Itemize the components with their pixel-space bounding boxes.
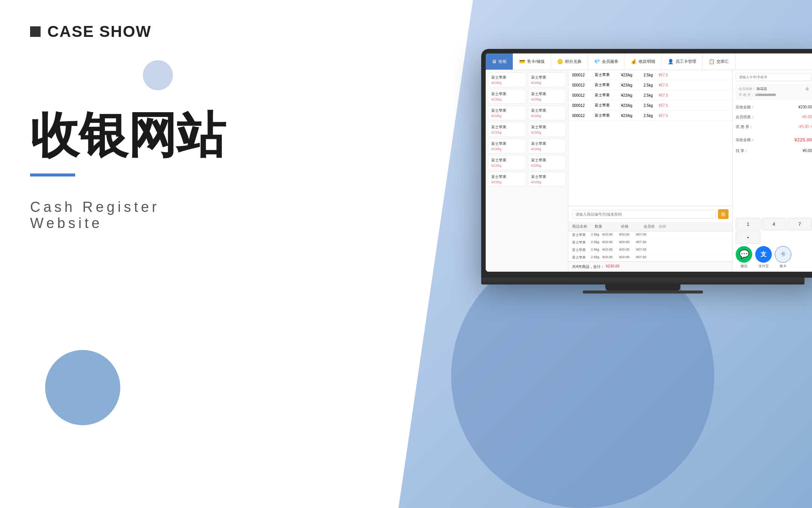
detail-subtotal-1: ¥57.50 [636,240,651,245]
product-name-11: 富士苹果 [531,158,563,163]
alipay-button[interactable]: 支 支付宝 [755,246,772,269]
product-card-8[interactable]: 富士苹果¥23/kg [488,138,526,154]
detail-row-1: 富士苹果 2.5kg ¥23.00 ¥20.00 ¥57.50 [568,239,732,246]
member-info-block: 会员名称： 陈花花 会 手 机 号： 15866668888 [736,84,812,100]
case-show-title: CASE SHOW [47,23,151,41]
barcode-input[interactable] [572,210,716,219]
product-price-2: ¥23/kg [491,97,523,101]
summary-total: ¥230.00 [606,264,620,269]
product-card-11[interactable]: 富士苹果¥23/kg [528,155,566,170]
member-phone-value: 15866668888 [755,93,776,97]
circle-bottom [45,350,120,425]
member-search-input[interactable] [736,73,812,81]
detail-subtotal-2: ¥57.50 [636,248,651,252]
amount-due-label: 应收金额： [736,103,754,111]
cashier-nav-label: 收银 [498,59,507,64]
nav-item-shift[interactable]: 📋交班汇 [703,53,735,70]
member-discount-row: 会员优惠： -¥5.00 [736,112,812,122]
detail-price-3: ¥23.00 [602,255,619,260]
numpad-dot[interactable]: • [736,231,760,244]
order-area: 000012 富士苹果 ¥23/kg 2.5kg ¥57.5 000012 富士… [568,70,732,272]
laptop-notch [486,272,812,275]
nav-item-member[interactable]: 💎会员服务 [588,53,625,70]
product-card-2[interactable]: 富士苹果¥23/kg [488,89,526,104]
order-unit-price-3: ¥23/kg [621,103,644,108]
product-name-9: 富士苹果 [531,141,563,146]
nav-item-employee[interactable]: 👤员工卡管理 [662,53,703,70]
order-total-4: ¥57.5 [659,114,677,118]
product-name-8: 富士苹果 [491,141,523,146]
product-card-1[interactable]: 富士苹果¥23/kg [528,72,566,87]
product-name-13: 富士苹果 [531,174,563,179]
product-name-7: 富士苹果 [531,125,563,130]
numpad-1[interactable]: 1 [736,218,760,230]
order-row-1[interactable]: 000012 富士苹果 ¥23/kg 2.5kg ¥57.5 [568,80,732,90]
laptop-base [481,278,804,284]
member-discount-label: 会员优惠： [736,113,754,121]
numpad-7[interactable]: 7 [787,218,812,230]
order-row-2[interactable]: 000012 富士苹果 ¥23/kg 2.5kg ¥57.5 [568,90,732,100]
member-phone-label: 手 机 号： [739,93,754,97]
employee-nav-icon: 👤 [668,59,674,64]
member-nav-icon: 💎 [594,59,600,64]
laptop-body: 🖥收银💳售卡/储值🪙积分兑换💎会员服务💰收款明细👤员工卡管理📋交班汇 富士苹果¥… [481,49,812,278]
product-card-13[interactable]: 富士苹果¥23/kg [528,172,566,187]
member-nav-label: 会员服务 [602,59,618,64]
detail-weight-2: 2.5kg [591,248,602,252]
order-row-0[interactable]: 000012 富士苹果 ¥23/kg 2.5kg ¥57.5 [568,70,732,80]
detail-name-0: 富士苹果 [572,233,591,237]
wechat-label: 微信 [741,264,747,269]
wechat-icon: 💬 [736,246,752,263]
nav-item-points[interactable]: 🪙积分兑换 [551,53,588,70]
detail-row-0: 富士苹果 2.5kg ¥23.00 ¥20.00 ¥57.50 [568,231,732,239]
card-nav-icon: 💳 [519,59,525,64]
detail-member-price-0: ¥20.00 [619,233,636,237]
laptop-stand [605,284,680,291]
product-card-6[interactable]: 富士苹果¥23/kg [488,122,526,137]
card-nav-label: 售卡/储值 [527,59,545,64]
order-weight-2: 2.5kg [644,93,659,97]
product-card-5[interactable]: 富士苹果¥23/kg [528,105,566,120]
product-name-3: 富士苹果 [531,91,563,97]
amount-due-row: 应收金额： ¥230.00 [736,102,812,112]
detail-weight-1: 2.5kg [591,240,602,245]
circle-top [143,60,173,90]
product-card-10[interactable]: 富士苹果¥23/kg [488,155,526,170]
top-nav: 🖥收银💳售卡/储值🪙积分兑换💎会员服务💰收款明细👤员工卡管理📋交班汇 [486,53,812,70]
order-id-1: 000012 [572,83,595,87]
alipay-icon: 支 [755,246,772,263]
order-name-3: 富士苹果 [595,103,621,108]
product-card-4[interactable]: 富士苹果¥23/kg [488,105,526,120]
detail-member-price-3: ¥20.00 [619,255,636,260]
nav-item-card[interactable]: 💳售卡/储值 [513,53,551,70]
product-card-9[interactable]: 富士苹果¥23/kg [528,138,566,154]
order-row-4[interactable]: 000012 富士苹果 ¥23/kg 2.5kg ¥57.5 [568,111,732,121]
product-card-0[interactable]: 富士苹果¥23/kg [488,72,526,87]
coupon-row: 优 惠 券： -¥5.00 > [736,122,812,132]
detail-price-2: ¥23.00 [602,248,619,252]
product-price-0: ¥23/kg [491,81,523,85]
order-unit-price-0: ¥23/kg [621,73,644,77]
order-detail-header: 商品名称 数量 价格 会员价 小计 [568,222,732,231]
detail-row-3: 富士苹果 2.5kg ¥23.00 ¥20.00 ¥57.50 [568,254,732,262]
order-weight-0: 2.5kg [644,73,659,77]
wechat-pay-button[interactable]: 💬 微信 [736,246,752,269]
order-row-3[interactable]: 000012 富士苹果 ¥23/kg 2.5kg ¥57.5 [568,100,732,111]
nav-item-receipt[interactable]: 💰收款明细 [625,53,662,70]
bank-card-button[interactable]: 卡 银卡 [775,246,791,269]
order-name-1: 富士苹果 [595,82,621,88]
receipt-nav-icon: 💰 [631,59,637,64]
product-card-7[interactable]: 富士苹果¥23/kg [528,122,566,137]
barcode-scan-button[interactable]: ⊞ [718,209,729,219]
product-grid: 富士苹果¥23/kg富士苹果¥23/kg富士苹果¥23/kg富士苹果¥23/kg… [486,70,568,272]
nav-item-cashier[interactable]: 🖥收银 [486,53,513,70]
main-area: 富士苹果¥23/kg富士苹果¥23/kg富士苹果¥23/kg富士苹果¥23/kg… [486,70,812,272]
amount-block: 应收金额： ¥230.00 会员优惠： -¥5.00 优 惠 券： -¥5.00… [736,102,812,156]
product-card-12[interactable]: 富士苹果¥23/kg [488,172,526,187]
product-card-3[interactable]: 富士苹果¥23/kg [528,89,566,104]
order-name-2: 富士苹果 [595,93,621,98]
detail-name-3: 富士苹果 [572,255,591,260]
coupon-value[interactable]: -¥5.00 > [798,123,812,131]
order-name-4: 富士苹果 [595,113,621,118]
numpad-4[interactable]: 4 [762,218,786,230]
